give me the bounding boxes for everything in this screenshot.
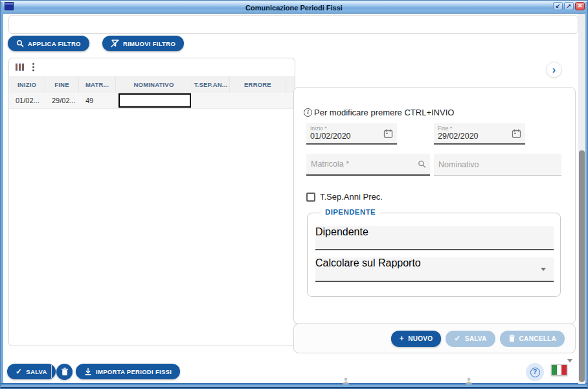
- inizio-field-label: Inizio *: [310, 125, 327, 132]
- filter-off-icon: [111, 40, 119, 47]
- dipendente-fieldset: DIPENDENTE Dipendente Calcolare sul Rapp…: [307, 213, 561, 297]
- nominativo-field[interactable]: Nominativo: [434, 154, 561, 176]
- edit-hint-text: Per modificare premere CTRL+INVIO: [314, 108, 454, 117]
- window-title: Comunicazione Periodi Fissi: [3, 4, 585, 12]
- language-caret-icon: [567, 359, 572, 362]
- flag-red-stripe: [561, 365, 567, 375]
- search-icon: [16, 40, 24, 47]
- title-bar: Comunicazione Periodi Fissi: [3, 2, 585, 13]
- flag-white-stripe: [557, 365, 562, 375]
- person-icon: [465, 377, 473, 384]
- italian-flag-icon[interactable]: [551, 364, 567, 375]
- toolbar-divider: [51, 365, 52, 378]
- grid-toolbar: [9, 58, 295, 76]
- applica-filtro-label: APPLICA FILTRO: [28, 40, 81, 47]
- plus-icon: +: [400, 335, 404, 342]
- nominativo-placeholder: Nominativo: [438, 160, 479, 169]
- cancella-button[interactable]: CANCELLA: [500, 331, 565, 347]
- download-icon: [84, 368, 92, 375]
- cancella-label: CANCELLA: [519, 335, 556, 342]
- grid-header-row: INIZIO FINE MATR... NOMINATIVO T.SEP.AN.…: [9, 76, 295, 93]
- cell-errore[interactable]: [230, 93, 286, 108]
- cell-matricola[interactable]: 49: [79, 93, 116, 108]
- column-header-inizio[interactable]: INIZIO: [9, 76, 45, 93]
- help-button[interactable]: ?: [526, 363, 544, 381]
- dipendente-legend: DIPENDENTE: [321, 208, 380, 216]
- more-options-icon[interactable]: [32, 63, 34, 71]
- expand-panel-button[interactable]: ›: [546, 62, 562, 78]
- tsep-checkbox-label: T.Sep.Anni Prec.: [320, 192, 383, 202]
- restore-window-button[interactable]: ↙: [553, 2, 563, 10]
- importa-periodi-button[interactable]: IMPORTA PERIODI FISSI: [76, 364, 180, 379]
- column-header-nominativo[interactable]: NOMINATIVO: [116, 76, 192, 93]
- cell-tsep[interactable]: [192, 93, 230, 108]
- vertical-scrollbar[interactable]: [578, 14, 585, 384]
- salva-main-label: SALVA: [26, 368, 47, 375]
- close-window-button[interactable]: ✕: [575, 2, 585, 10]
- calendar-icon[interactable]: [383, 128, 393, 138]
- salva-form-button[interactable]: ✓ SALVA: [446, 331, 495, 347]
- applica-filtro-button[interactable]: APPLICA FILTRO: [8, 36, 89, 51]
- tsep-checkbox-row[interactable]: T.Sep.Anni Prec.: [306, 192, 383, 202]
- flag-green-stripe: [552, 365, 557, 375]
- application-window: Comunicazione Periodi Fissi ↙ ↗ ✕ APPLIC…: [0, 0, 588, 389]
- form-action-bar: + NUOVO ✓ SALVA CANCELLA: [293, 324, 576, 353]
- focused-cell-outline[interactable]: [119, 93, 191, 108]
- question-icon: ?: [530, 368, 540, 377]
- maximize-window-button[interactable]: ↗: [564, 2, 574, 10]
- table-row[interactable]: 01/02... 29/02... 49: [9, 93, 295, 109]
- rimuovi-filtro-button[interactable]: RIMUOVI FILTRO: [102, 36, 184, 51]
- importa-periodi-label: IMPORTA PERIODI FISSI: [96, 368, 172, 375]
- matricola-field-label: Matricola *: [311, 159, 349, 169]
- edit-hint: i Per modificare premere CTRL+INVIO: [304, 108, 454, 117]
- rimuovi-filtro-label: RIMUOVI FILTRO: [123, 40, 175, 47]
- scrollbar-thumb[interactable]: [579, 150, 585, 382]
- delete-button[interactable]: [56, 364, 73, 380]
- nuovo-button[interactable]: + NUOVO: [391, 331, 441, 347]
- chevron-right-icon: ›: [552, 65, 556, 75]
- check-icon: ✓: [16, 368, 22, 375]
- fine-field-label: Fine *: [438, 125, 452, 132]
- trash-icon: [508, 335, 515, 342]
- trash-icon: [61, 368, 69, 376]
- window-frame-line: [1, 383, 587, 384]
- fine-date-field[interactable]: Fine * 29/02/2020: [434, 123, 525, 145]
- column-header-matricola[interactable]: MATR...: [79, 76, 116, 93]
- column-chooser-icon[interactable]: [16, 64, 24, 71]
- salva-form-label: SALVA: [465, 335, 487, 342]
- calendar-icon[interactable]: [512, 128, 521, 138]
- dipendente-field[interactable]: Dipendente: [315, 226, 554, 250]
- info-icon: i: [304, 108, 312, 117]
- inizio-date-field[interactable]: Inizio * 01/02/2020: [306, 123, 397, 145]
- calcolare-rapporto-select[interactable]: Calcolare sul Rapporto: [315, 257, 554, 282]
- search-icon[interactable]: [418, 160, 426, 169]
- inizio-field-value: 01/02/2020: [310, 132, 351, 141]
- periodi-grid-panel: INIZIO FINE MATR... NOMINATIVO T.SEP.AN.…: [8, 58, 295, 346]
- tsep-checkbox[interactable]: [306, 193, 315, 202]
- salva-main-button[interactable]: ✓ SALVA: [7, 364, 56, 379]
- window-frame-bottom: [1, 387, 587, 388]
- column-header-errore[interactable]: ERRORE: [230, 76, 286, 93]
- column-header-tsep[interactable]: T.SEP.AN...: [192, 76, 230, 93]
- dipendente-placeholder: Dipendente: [315, 226, 368, 237]
- collapsed-filter-panel[interactable]: [8, 15, 578, 34]
- cell-fine[interactable]: 29/02...: [45, 93, 79, 108]
- matricola-field[interactable]: Matricola *: [306, 154, 430, 176]
- column-header-fine[interactable]: FINE: [45, 76, 79, 93]
- calcolare-rapporto-placeholder: Calcolare sul Rapporto: [315, 257, 421, 268]
- application-icon: [5, 2, 14, 10]
- window-controls: ↙ ↗ ✕: [553, 2, 585, 10]
- check-icon: ✓: [454, 335, 460, 342]
- fine-field-value: 29/02/2020: [438, 132, 479, 141]
- nuovo-label: NUOVO: [408, 335, 433, 342]
- cell-inizio[interactable]: 01/02...: [9, 93, 45, 108]
- chevron-down-icon: [541, 268, 546, 271]
- person-icon: [342, 377, 350, 384]
